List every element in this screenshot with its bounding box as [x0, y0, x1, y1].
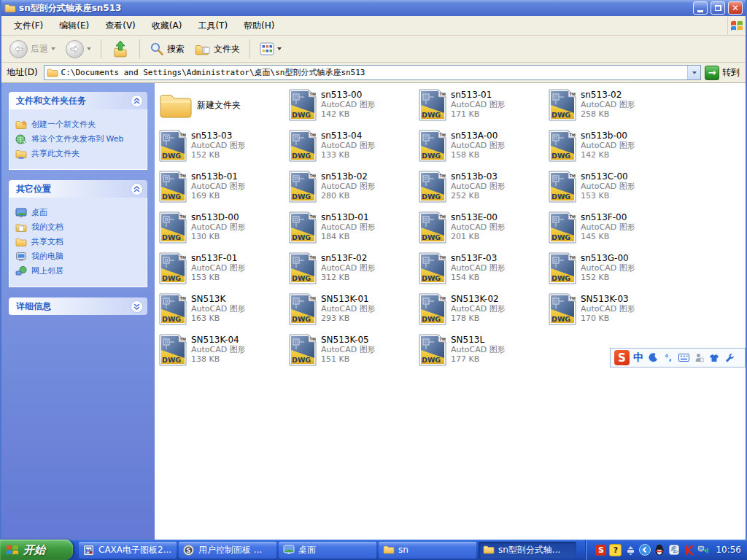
tray-messenger-icon[interactable]: [668, 544, 680, 556]
place-shared-documents[interactable]: 共享文档: [15, 237, 141, 247]
menu-tools[interactable]: 工具(T): [190, 17, 236, 35]
address-field[interactable]: C:\Documents and Settings\Administrator\…: [44, 65, 701, 80]
taskbar-task-button[interactable]: sn型剖分式轴...: [479, 542, 576, 559]
menu-help[interactable]: 帮助(H): [236, 17, 282, 35]
file-item[interactable]: sn513b-00 AutoCAD 图形 142 KB: [549, 128, 678, 169]
file-item[interactable]: SN513K AutoCAD 图形 163 KB: [159, 292, 289, 332]
file-item[interactable]: sn513-01 AutoCAD 图形 171 KB: [419, 88, 549, 128]
title-bar[interactable]: sn型剖分式轴承座sn513 ✕: [1, 0, 746, 16]
task-publish-to-web[interactable]: 将这个文件夹发布到 Web: [15, 134, 141, 144]
skin-icon[interactable]: [708, 352, 720, 364]
file-name: SN513K-03: [581, 294, 635, 304]
panel-other-places-header[interactable]: 其它位置: [9, 180, 147, 198]
file-item[interactable]: sn513F-03 AutoCAD 图形 154 KB: [419, 251, 549, 292]
folder-item[interactable]: 新建文件夹: [159, 88, 289, 128]
place-label: 我的文档: [31, 222, 63, 232]
file-item[interactable]: sn513-03 AutoCAD 图形 152 KB: [159, 128, 289, 169]
expand-chevron-icon[interactable]: [131, 300, 143, 313]
file-item[interactable]: sn513-00 AutoCAD 图形 142 KB: [289, 88, 419, 128]
taskbar-task-button[interactable]: M CAXA电子图板2...: [79, 542, 177, 559]
taskbar-tasks: M CAXA电子图板2... S 用户控制面板 ... 桌面 sn sn型剖分式…: [79, 542, 586, 559]
file-item[interactable]: SN513K-04 AutoCAD 图形 138 KB: [159, 332, 289, 373]
file-text: sn513G-00 AutoCAD 图形 152 KB: [581, 253, 635, 282]
views-button[interactable]: [256, 41, 285, 57]
search-button[interactable]: 搜索: [146, 40, 188, 58]
collapse-chevron-icon[interactable]: [131, 183, 143, 195]
menu-edit[interactable]: 编辑(E): [51, 17, 97, 35]
file-item[interactable]: sn513E-00 AutoCAD 图形 201 KB: [419, 210, 549, 251]
tray-sogou-icon[interactable]: S: [595, 545, 606, 556]
chinese-mode-button[interactable]: 中: [633, 351, 643, 365]
soft-keyboard-icon[interactable]: [678, 352, 689, 364]
panel-details-header[interactable]: 详细信息: [9, 298, 147, 315]
close-button[interactable]: ✕: [728, 1, 743, 15]
taskbar-task-button[interactable]: 桌面: [279, 542, 376, 559]
language-bar[interactable]: S 中 °,: [610, 348, 746, 368]
tray-hide-icons-chevron[interactable]: [639, 544, 651, 556]
minimize-button[interactable]: [693, 1, 708, 15]
panel-file-tasks-header[interactable]: 文件和文件夹任务: [9, 92, 147, 109]
tray-qq-icon[interactable]: [654, 544, 665, 556]
tray-clock[interactable]: 10:56: [716, 545, 741, 555]
go-button[interactable]: → 转到: [705, 66, 743, 80]
punctuation-mode-icon[interactable]: °,: [662, 352, 674, 364]
file-item[interactable]: sn513-02 AutoCAD 图形 258 KB: [549, 88, 678, 128]
task-share-folder[interactable]: 共享此文件夹: [15, 149, 141, 159]
file-item[interactable]: SN513K-02 AutoCAD 图形 178 KB: [419, 292, 549, 332]
tray-kaspersky-icon[interactable]: [683, 544, 694, 556]
file-item[interactable]: sn513b-01 AutoCAD 图形 169 KB: [159, 169, 289, 210]
file-item[interactable]: sn513D-01 AutoCAD 图形 184 KB: [289, 210, 419, 251]
file-type: AutoCAD 图形: [451, 100, 506, 109]
file-item[interactable]: sn513C-00 AutoCAD 图形 153 KB: [549, 169, 678, 210]
up-button[interactable]: [107, 39, 133, 59]
wrench-settings-icon[interactable]: [724, 352, 735, 364]
user-lexicon-icon[interactable]: [693, 352, 705, 364]
file-list-area[interactable]: 新建文件夹 sn513-00 AutoCAD 图形 142 KB sn513-0…: [155, 83, 746, 540]
address-path[interactable]: C:\Documents and Settings\Administrator\…: [61, 67, 687, 78]
start-button[interactable]: 开始: [0, 540, 73, 560]
file-item[interactable]: sn513F-01 AutoCAD 图形 153 KB: [159, 251, 289, 292]
back-button[interactable]: 后退: [6, 39, 59, 60]
fullwidth-moon-icon[interactable]: [647, 352, 659, 364]
window-folder-icon: [4, 3, 16, 13]
file-item[interactable]: SN513L AutoCAD 图形 177 KB: [419, 332, 549, 373]
place-desktop[interactable]: 桌面: [15, 208, 141, 218]
menu-view[interactable]: 查看(V): [97, 17, 144, 35]
file-type: AutoCAD 图形: [191, 141, 246, 150]
taskbar-task-button[interactable]: S 用户控制面板 ...: [179, 542, 276, 559]
place-label: 网上邻居: [31, 266, 63, 276]
collapse-chevron-icon[interactable]: [131, 95, 143, 107]
place-network-places[interactable]: 网上邻居: [15, 266, 141, 276]
file-item[interactable]: sn513b-03 AutoCAD 图形 252 KB: [419, 169, 549, 210]
file-item[interactable]: sn513-04 AutoCAD 图形 133 KB: [289, 128, 419, 169]
address-dropdown-button[interactable]: [687, 66, 700, 79]
menu-file[interactable]: 文件(F): [6, 17, 51, 35]
taskbar-task-button[interactable]: sn: [379, 542, 476, 559]
file-item[interactable]: sn513D-00 AutoCAD 图形 130 KB: [159, 210, 289, 251]
task-create-new-folder[interactable]: 创建一个新文件夹: [15, 120, 141, 130]
file-item[interactable]: sn513F-02 AutoCAD 图形 312 KB: [289, 251, 419, 292]
restore-icon: [715, 5, 721, 11]
file-name: sn513b-00: [581, 131, 635, 141]
file-item[interactable]: SN513K-05 AutoCAD 图形 151 KB: [289, 332, 419, 373]
forward-button[interactable]: [62, 39, 95, 60]
tray-safely-remove-icon[interactable]: [624, 544, 636, 556]
menu-favorites[interactable]: 收藏(A): [144, 17, 190, 35]
file-name: SN513K-04: [191, 335, 246, 345]
tray-help-icon[interactable]: ?: [609, 544, 622, 556]
file-item[interactable]: SN513K-01 AutoCAD 图形 293 KB: [289, 292, 419, 332]
file-item[interactable]: sn513F-00 AutoCAD 图形 145 KB: [549, 210, 678, 251]
file-item[interactable]: sn513A-00 AutoCAD 图形 158 KB: [419, 128, 549, 169]
folders-button[interactable]: 文件夹: [191, 42, 244, 57]
file-type: AutoCAD 图形: [191, 263, 246, 273]
tray-network-icon[interactable]: [697, 544, 709, 556]
file-item[interactable]: sn513G-00 AutoCAD 图形 152 KB: [549, 251, 678, 292]
place-my-documents[interactable]: 我的文档: [15, 222, 141, 233]
file-item[interactable]: sn513b-02 AutoCAD 图形 280 KB: [289, 169, 419, 210]
file-item[interactable]: SN513K-03 AutoCAD 图形 170 KB: [549, 292, 678, 332]
sogou-logo-icon[interactable]: S: [614, 350, 630, 365]
dwg-file-icon: [159, 252, 187, 284]
menu-bar: 文件(F) 编辑(E) 查看(V) 收藏(A) 工具(T) 帮助(H): [1, 16, 746, 36]
place-my-computer[interactable]: 我的电脑: [15, 252, 141, 262]
restore-button[interactable]: [711, 1, 725, 15]
